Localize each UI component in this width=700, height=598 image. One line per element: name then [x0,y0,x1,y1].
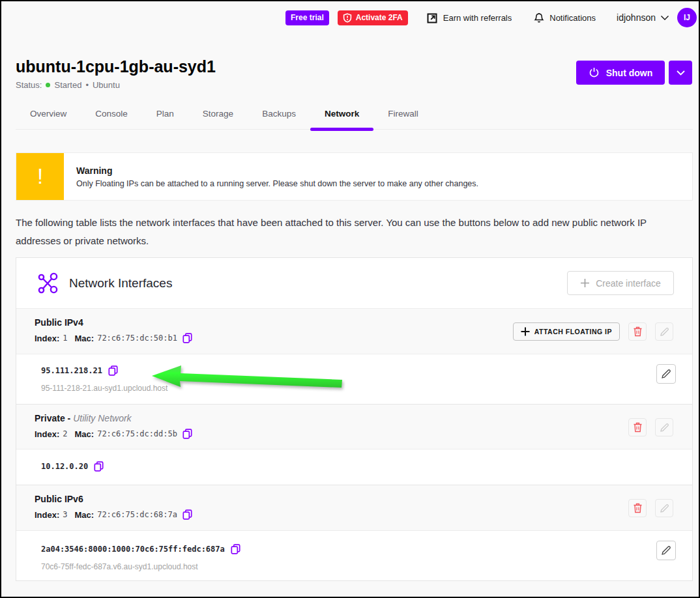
index-value: 3 [63,510,67,519]
intro-text: The following table lists the network in… [16,214,693,249]
attach-floating-ip-button[interactable]: ATTACH FLOATING IP [513,322,620,341]
ip-row-private: 10.12.0.20 [16,449,692,485]
copy-icon [182,509,192,520]
pencil-icon [661,369,671,379]
warning-message: Only Floating IPs can be attached to a r… [76,179,478,188]
ip-row-ipv6: 2a04:3546:8000:1000:70c6:75ff:fedc:687a … [16,531,692,580]
ip-address: 95.111.218.21 [41,366,102,375]
section-type: Public IPv6 [35,494,674,504]
network-name: Utility Network [73,413,131,423]
server-status-line: Status: Started • Ubuntu [16,80,120,90]
tab-overview[interactable]: Overview [16,104,81,129]
chevron-down-icon [660,15,669,21]
mac-value: 72:c6:75:dc:dd:5b [97,429,177,438]
tab-backups[interactable]: Backups [248,104,310,129]
delete-interface-button[interactable] [628,322,647,341]
edit-interface-button[interactable] [655,418,673,436]
tab-firewall[interactable]: Firewall [373,104,433,129]
ip-hostname: 95-111-218-21.au-syd1.upcloud.host [41,384,692,393]
page-title: ubuntu-1cpu-1gb-au-syd1 [16,57,216,76]
pencil-icon [661,545,671,556]
tab-bar: OverviewConsolePlanStorageBackupsNetwork… [16,104,693,130]
earn-with-referrals-link[interactable]: Earn with referrals [427,12,512,23]
pencil-icon [660,327,669,337]
shutdown-button[interactable]: Shut down [576,61,665,85]
tab-plan[interactable]: Plan [142,104,188,129]
copy-mac-button[interactable] [182,509,192,520]
network-interfaces-card: Network Interfaces Create interface Publ… [16,257,693,581]
copy-mac-button[interactable] [182,429,192,439]
section-private: Private - Utility Network Index: 2 Mac: … [16,405,692,449]
free-trial-badge: Free trial [285,10,329,25]
section-public-ipv4: Public IPv4 Index: 1 Mac: 72:c6:75:dc:50… [16,309,692,354]
copy-icon [182,333,192,343]
power-icon [589,67,600,78]
pencil-icon [660,504,669,513]
plus-icon [580,278,590,288]
mac-value: 72:c6:75:dc:50:b1 [97,334,177,343]
pencil-icon [660,423,669,433]
notifications-button[interactable]: Notifications [534,12,596,23]
trash-icon [633,503,643,513]
copy-ip-button[interactable] [231,544,241,554]
tab-storage[interactable]: Storage [188,104,248,129]
ip-address: 10.12.0.20 [41,462,88,471]
edit-interface-button[interactable] [655,322,673,341]
trash-icon [633,422,643,433]
section-type: Private - Utility Network [35,413,674,423]
create-interface-button[interactable]: Create interface [567,271,674,295]
copy-icon [182,429,192,439]
bell-icon [534,12,544,23]
delete-interface-button[interactable] [628,499,647,517]
shield-icon [343,13,352,23]
shutdown-menu-button[interactable] [669,61,692,85]
ip-address: 2a04:3546:8000:1000:70c6:75ff:fedc:687a [41,545,225,554]
edit-interface-button[interactable] [655,499,673,517]
copy-ip-button[interactable] [94,461,104,472]
copy-mac-button[interactable] [182,333,192,343]
delete-interface-button[interactable] [628,418,647,436]
ip-row-ipv4: 95.111.218.21 95-111-218-21.au-syd1.upcl… [16,354,692,405]
tab-network[interactable]: Network [310,104,373,129]
tab-console[interactable]: Console [81,104,142,129]
plus-icon [521,327,530,336]
copy-ip-button[interactable] [108,365,118,376]
ip-hostname: 70c6-75ff-fedc-687a.v6.au-syd1.upcloud.h… [41,562,692,571]
topbar: Free trial Activate 2FA Earn with referr… [285,8,697,27]
network-icon [36,272,59,295]
copy-icon [231,544,241,554]
index-value: 1 [63,334,67,343]
index-value: 2 [63,429,67,438]
card-title: Network Interfaces [69,276,172,291]
user-menu[interactable]: idjohnson [617,12,669,23]
card-header: Network Interfaces Create interface [16,258,692,309]
external-link-icon [427,12,438,23]
mac-value: 72:c6:75:dc:68:7a [97,510,177,519]
chevron-down-icon [677,70,685,76]
edit-ip-button[interactable] [656,541,676,560]
avatar[interactable]: IJ [677,8,697,27]
warning-icon: ! [16,153,64,200]
status-dot [46,83,50,87]
warning-title: Warning [76,165,478,176]
copy-icon [108,365,118,376]
trash-icon [633,326,643,337]
section-public-ipv6: Public IPv6 Index: 3 Mac: 72:c6:75:dc:68… [16,485,692,531]
edit-ip-button[interactable] [656,364,676,384]
copy-icon [94,461,104,472]
warning-banner: ! Warning Only Floating IPs can be attac… [16,152,693,201]
activate-2fa-button[interactable]: Activate 2FA [338,10,408,25]
